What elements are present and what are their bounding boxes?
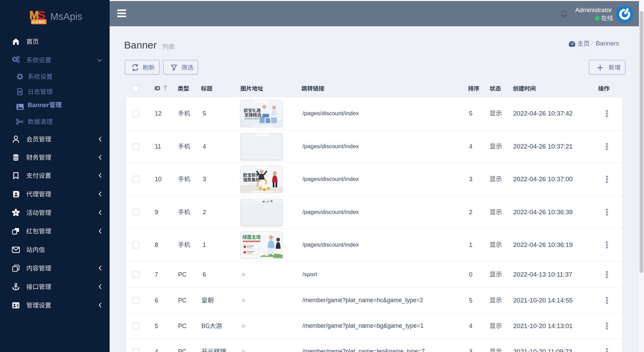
svg-text:GAME: GAME — [32, 20, 46, 24]
